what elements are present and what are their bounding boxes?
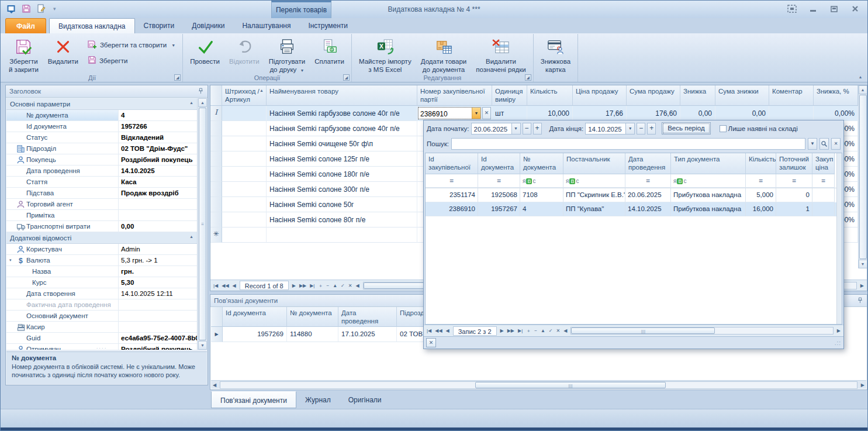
ribbon-button[interactable]: $Сплатити [310,35,349,66]
ribbon-button[interactable]: Зберегтий закрити [4,35,43,74]
save-icon[interactable] [20,3,32,15]
property-row[interactable]: СтатусВідкладений [6,132,197,143]
batch-cell[interactable]: 1925068 [478,188,520,202]
dialog-launcher-icon[interactable]: ◢ [525,74,531,81]
ribbon-tab[interactable]: Довідники [183,18,233,33]
minimize-icon[interactable] [808,4,818,13]
scroll-left-icon[interactable]: ◀ [211,382,218,388]
property-row[interactable]: Курс5,30 [6,277,197,288]
scrollbar-thumb[interactable]: |||| [475,382,666,388]
column-header[interactable]: Кількість [527,85,573,106]
ribbon-button[interactable]: XМайстер імпортуз MS Excel [354,35,416,74]
row-selector[interactable] [210,182,222,197]
ribbon-button[interactable]: Видалитипозначені рядки [471,35,530,74]
product-cell[interactable] [267,227,417,243]
property-row[interactable]: Назвагрн. [6,266,197,277]
close-popup-button[interactable]: ✕ [426,338,436,347]
column-header[interactable]: Сума продажу [627,85,680,106]
date-to-editor[interactable]: 14.10.2025 ▼ [585,123,635,135]
ribbon-button[interactable]: Відкотити [224,35,264,66]
nav-edit-icon[interactable]: ▲ [331,283,339,288]
ribbon-button[interactable]: Зберегти та створити▼ [88,40,175,50]
batch-cell[interactable]: 14.10.2025 [625,202,671,216]
row-selector[interactable] [210,136,222,151]
column-header[interactable]: Штрихкод / Артикул▲ [222,85,267,106]
product-cell[interactable]: Насіння Semki гарбузове солоне 40г п/е [267,121,417,136]
related-cell[interactable]: 1957269 [223,327,287,342]
nav-cancel-icon[interactable]: ✕ [347,283,354,288]
row-selector[interactable] [210,212,222,227]
ribbon-tab[interactable]: Створити [135,18,184,33]
column-header[interactable]: Сума знижки [715,85,769,106]
nav-append-icon[interactable]: ＋ [316,282,324,289]
product-cell[interactable] [222,212,267,227]
product-cell[interactable]: Насіння Semki очищене 50г ф\п [267,136,417,151]
property-row[interactable]: № документа4 [6,110,197,121]
column-header[interactable]: Знижка [680,85,715,106]
property-row[interactable]: Guidec4a6a95-75e2-4007-8b05... [6,333,197,344]
property-section-header[interactable]: Додаткові відомості▲ [6,232,197,244]
collapse-section-icon[interactable]: ▲ [189,101,193,109]
filter-equals-icon[interactable]: = [759,177,763,184]
all-period-button[interactable]: Весь період [662,122,710,135]
property-row[interactable]: ▾$Валюта5,3 грн. -> 1 [6,255,197,266]
date-to-value[interactable]: 14.10.2025 [585,123,626,135]
product-cell[interactable]: Насіння Semki солоне 50г [267,197,417,212]
bottom-tab[interactable]: Пов'язані документи [211,391,296,408]
nav-prev-icon[interactable]: ◀ [444,328,451,333]
column-header[interactable]: Номер закупівельної партії [417,85,492,106]
bottom-tab[interactable]: Оригінали [340,391,390,408]
filter-cell[interactable]: = [812,174,835,188]
batch-cell[interactable]: 1 [776,202,812,216]
batch-editor-value[interactable]: 2386910 [419,108,472,119]
product-cell[interactable] [222,106,267,121]
filter-cell[interactable]: яBс [563,174,625,188]
app-window-icon[interactable] [5,3,17,15]
filter-cell[interactable]: = [746,174,776,188]
product-cell[interactable]: Насіння Semki солоне 80г п/е [267,212,417,227]
related-cell[interactable]: 114880 [287,327,338,342]
batch-cell[interactable]: 5,000 [746,188,776,202]
column-header[interactable]: Id закупівельної партії [426,153,478,174]
batch-cell[interactable]: ПП "Купава" [563,202,625,216]
filter-cell[interactable]: = [478,174,520,188]
column-header[interactable]: Тип документа [671,153,746,174]
product-cell[interactable] [769,106,814,121]
nav-cancel-icon[interactable]: ✕ [555,328,562,333]
property-row[interactable]: ПідставаПродаж вроздріб [6,188,197,199]
nav-first-icon[interactable]: |◀ [425,328,433,333]
chevron-down-icon[interactable]: ▼ [808,138,817,150]
property-row[interactable]: Касир [6,322,197,333]
batch-cell[interactable]: 2386910 [426,202,478,216]
product-cell[interactable] [222,121,267,136]
product-cell[interactable]: 2386910▼✕ [417,106,492,121]
row-selector[interactable] [210,167,222,182]
column-header[interactable]: № документа [520,153,563,174]
filter-equals-icon[interactable]: = [497,177,501,184]
column-header[interactable]: Знижка, % [814,85,858,106]
product-cell[interactable] [222,227,267,243]
only-in-stock-checkbox[interactable] [720,125,727,132]
column-header[interactable]: Одиниця виміру [492,85,527,106]
column-header[interactable]: Коментар [769,85,814,106]
column-header[interactable]: Ціна продажу [573,85,627,106]
close-icon[interactable] [850,4,860,13]
nav-delete-icon[interactable]: − [324,283,331,288]
product-cell[interactable] [222,151,267,167]
search-icon[interactable] [819,138,829,150]
chevron-down-icon[interactable]: ▼ [626,123,635,135]
scrollbar-thumb[interactable]: ≡ [199,108,206,340]
ribbon-tab[interactable]: Налаштування [233,18,299,33]
date-from-decrement-button[interactable]: − [523,123,531,135]
property-row[interactable]: КористувачAdmin [6,244,197,255]
product-cell[interactable] [222,197,267,212]
filter-cell[interactable]: = [426,174,478,188]
batch-grid-scrollbar[interactable] [836,153,842,324]
product-row[interactable]: IНасіння Semki гарбузове солоне 40г п/е2… [210,106,867,121]
column-header[interactable]: Id документа [223,307,287,327]
column-header[interactable]: Id документа [478,153,520,174]
property-grid-scrollbar[interactable]: ▲ ≡ ▼ [198,98,207,350]
property-row[interactable]: СтаттяКаса [6,177,197,188]
property-row[interactable]: Id документа1957266 [6,121,197,132]
bottom-tab[interactable]: Журнал [296,391,340,408]
